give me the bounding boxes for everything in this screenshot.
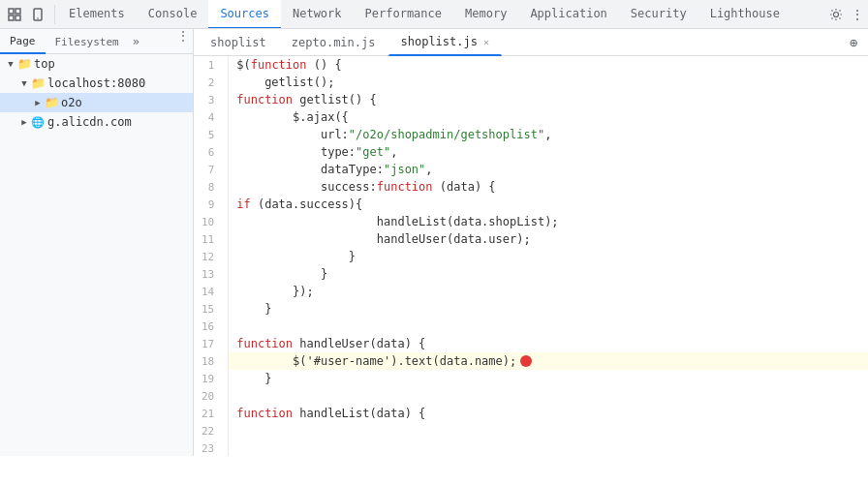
globe-icon-alicdn: 🌐 [31,115,45,129]
svg-rect-1 [16,9,20,14]
line-number-14: 14 [202,283,220,300]
nav-separator [54,5,55,24]
code-line-4[interactable]: $.ajax({ [229,108,868,126]
svg-rect-3 [16,15,20,20]
tree-label-alicdn: g.alicdn.com [47,115,132,129]
inspect-icon[interactable] [4,4,25,25]
close-tab-icon[interactable]: ✕ [483,37,489,47]
tab-lighthouse[interactable]: Lighthouse [698,0,791,29]
svg-rect-2 [9,15,14,20]
code-area: 1234567891011121314151617181920212223242… [194,56,868,456]
code-line-23[interactable] [229,440,868,456]
code-line-13[interactable]: } [229,265,868,283]
main-layout: Page Filesystem » ⋮ ▼ 📁 top ▼ 📁 localhos… [0,29,868,456]
line-number-15: 15 [202,300,220,318]
tab-security[interactable]: Security [619,0,698,29]
line-number-17: 17 [202,335,220,352]
line-number-23: 23 [202,440,220,456]
svg-rect-0 [9,9,14,14]
tree-arrow-top: ▼ [4,57,17,71]
tab-performance[interactable]: Performance [354,0,453,29]
tab-memory[interactable]: Memory [453,0,518,29]
sub-tab-shoplist[interactable]: shoplist [198,29,279,56]
code-line-6[interactable]: type:"get", [229,143,868,161]
file-tabs: shoplist zepto.min.js shoplist.js ✕ ⊕ [194,29,868,56]
sub-tab-shoplistjs[interactable]: shoplist.js ✕ [388,29,503,56]
line-number-4: 4 [202,108,220,126]
line-number-11: 11 [202,230,220,248]
folder-icon-o2o: 📁 [45,96,58,109]
tree-item-o2o[interactable]: ▶ 📁 o2o [0,93,193,112]
code-line-12[interactable]: } [229,248,868,265]
sidebar-tab-page[interactable]: Page [0,29,46,54]
code-line-16[interactable] [229,318,868,335]
code-line-3[interactable]: function getlist() { [229,91,868,108]
svg-point-5 [37,17,39,19]
settings-icon[interactable] [825,4,847,25]
code-line-11[interactable]: handleUser(data.user); [229,230,868,248]
line-number-2: 2 [202,74,220,91]
top-nav: Elements Console Sources Network Perform… [0,0,868,29]
sidebar-more-tabs[interactable]: » [129,29,143,53]
code-line-1[interactable]: $(function () { [229,56,868,74]
line-number-22: 22 [202,422,220,440]
line-number-21: 21 [202,405,220,422]
svg-point-6 [834,12,839,16]
sub-tab-zepto[interactable]: zepto.min.js [279,29,388,56]
line-number-6: 6 [202,143,220,161]
tab-elements[interactable]: Elements [57,0,137,29]
folder-icon-localhost: 📁 [31,76,45,90]
code-line-19[interactable]: } [229,370,868,387]
code-line-22[interactable] [229,422,868,440]
tree-item-top[interactable]: ▼ 📁 top [0,54,193,74]
nav-control-icons [0,4,52,25]
new-file-icon[interactable]: ⊕ [843,32,864,53]
line-number-16: 16 [202,318,220,335]
line-number-18: 18 [202,352,220,370]
line-number-8: 8 [202,178,220,196]
sidebar-menu-icon[interactable]: ⋮ [173,29,193,53]
code-line-14[interactable]: }); [229,283,868,300]
mobile-icon[interactable] [27,4,48,25]
error-indicator [520,355,532,367]
code-line-9[interactable]: if (data.success){ [229,196,868,213]
code-line-21[interactable]: function handleList(data) { [229,405,868,422]
file-tree: ▼ 📁 top ▼ 📁 localhost:8080 ▶ 📁 o2o ▶ 🌐 g… [0,54,193,132]
code-line-15[interactable]: } [229,300,868,318]
line-number-13: 13 [202,265,220,283]
code-line-7[interactable]: dataType:"json", [229,161,868,178]
tree-arrow-localhost: ▼ [17,76,31,90]
tree-label-top: top [34,57,55,71]
tree-label-localhost: localhost:8080 [47,76,145,90]
tree-item-alicdn[interactable]: ▶ 🌐 g.alicdn.com [0,112,193,132]
tree-label-o2o: o2o [61,96,82,109]
code-line-8[interactable]: success:function (data) { [229,178,868,196]
line-number-7: 7 [202,161,220,178]
line-number-20: 20 [202,387,220,405]
sidebar-tab-filesystem[interactable]: Filesystem [46,29,129,54]
tab-application[interactable]: Application [518,0,618,29]
code-line-5[interactable]: url:"/o2o/shopadmin/getshoplist", [229,126,868,143]
folder-icon-top: 📁 [17,57,31,71]
code-line-17[interactable]: function handleUser(data) { [229,335,868,352]
tab-console[interactable]: Console [137,0,209,29]
line-numbers: 1234567891011121314151617181920212223242… [194,56,229,456]
tab-network[interactable]: Network [281,0,354,29]
editor-actions: ⊕ [843,32,864,53]
tree-item-localhost[interactable]: ▼ 📁 localhost:8080 [0,74,193,93]
line-number-9: 9 [202,196,220,213]
line-number-19: 19 [202,370,220,387]
more-icon[interactable]: ⋮ [847,4,868,25]
code-line-10[interactable]: handleList(data.shopList); [229,213,868,230]
code-line-2[interactable]: getlist(); [229,74,868,91]
code-line-18[interactable]: $('#user-name').text(data.name); [229,352,868,370]
line-number-1: 1 [202,56,220,74]
tab-sources[interactable]: Sources [208,0,281,29]
tree-arrow-alicdn: ▶ [17,115,31,129]
code-line-20[interactable] [229,387,868,405]
line-number-5: 5 [202,126,220,143]
sidebar-tabs: Page Filesystem » ⋮ [0,29,193,54]
code-lines[interactable]: $(function () { getlist(); function getl… [229,56,868,456]
line-number-10: 10 [202,213,220,230]
line-number-12: 12 [202,248,220,265]
